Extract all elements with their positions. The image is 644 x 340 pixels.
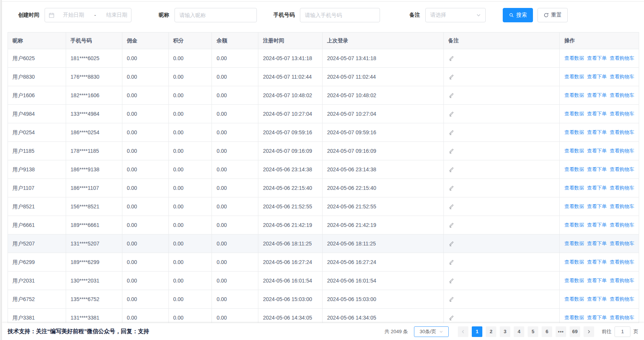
cell-register-time: 2024-05-06 16:27:24 — [258, 253, 323, 271]
action-link[interactable]: 查看下单 — [587, 86, 607, 104]
action-link[interactable]: 查看下单 — [587, 253, 607, 271]
action-link[interactable]: 查看数据 — [564, 86, 584, 104]
date-range-picker[interactable]: 开始日期 - 结束日期 — [45, 8, 131, 22]
search-button[interactable]: 搜索 — [503, 8, 533, 22]
action-link[interactable]: 查看购物车 — [610, 86, 634, 104]
edit-remark-icon[interactable] — [448, 49, 454, 67]
action-link[interactable]: 查看数据 — [564, 105, 584, 123]
action-link[interactable]: 查看数据 — [564, 290, 584, 308]
users-table: 昵称 手机号码 佣金 积分 余额 注册时间 上次登录 备注 操作 用户6025 … — [8, 32, 639, 323]
start-date-placeholder[interactable]: 开始日期 — [63, 12, 84, 19]
action-link[interactable]: 查看数据 — [564, 68, 584, 86]
action-link[interactable]: 查看下单 — [587, 272, 607, 290]
cell-actions: 查看数据查看下单查看购物车 — [560, 49, 639, 67]
action-link[interactable]: 查看数据 — [564, 309, 584, 323]
cell-phone: 131****5207 — [66, 234, 122, 253]
action-link[interactable]: 查看下单 — [587, 123, 607, 141]
prev-page-button[interactable] — [458, 326, 468, 337]
cell-last-login: 2024-05-07 09:59:16 — [323, 123, 444, 141]
action-link[interactable]: 查看购物车 — [610, 309, 634, 323]
edit-remark-icon[interactable] — [448, 197, 454, 216]
page-button-4[interactable]: 4 — [514, 326, 524, 337]
edit-remark-icon[interactable] — [448, 253, 454, 271]
nickname-input[interactable] — [175, 8, 257, 22]
action-link[interactable]: 查看下单 — [587, 234, 607, 253]
action-link[interactable]: 查看数据 — [564, 253, 584, 271]
action-link[interactable]: 查看下单 — [587, 105, 607, 123]
top-divider — [2, 1, 644, 2]
action-link[interactable]: 查看下单 — [587, 68, 607, 86]
cell-nickname: 用户8521 — [8, 197, 66, 216]
action-link[interactable]: 查看数据 — [564, 216, 584, 234]
action-link[interactable]: 查看数据 — [564, 272, 584, 290]
action-link[interactable]: 查看购物车 — [610, 216, 634, 234]
action-link[interactable]: 查看购物车 — [610, 142, 634, 160]
cell-remark — [444, 234, 560, 253]
action-link[interactable]: 查看购物车 — [610, 290, 634, 308]
action-link[interactable]: 查看下单 — [587, 216, 607, 234]
edit-remark-icon[interactable] — [448, 142, 454, 160]
cell-phone: 186****1107 — [66, 179, 122, 197]
action-link[interactable]: 查看购物车 — [610, 253, 634, 271]
edit-remark-icon[interactable] — [448, 68, 454, 86]
action-link[interactable]: 查看购物车 — [610, 105, 634, 123]
cell-remark — [444, 142, 560, 160]
action-link[interactable]: 查看数据 — [564, 197, 584, 216]
action-link[interactable]: 查看下单 — [587, 49, 607, 67]
page-button-2[interactable]: 2 — [486, 326, 496, 337]
edit-remark-icon[interactable] — [448, 179, 454, 197]
page-size-select[interactable]: 30条/页 — [414, 326, 449, 337]
action-link[interactable]: 查看数据 — [564, 123, 584, 141]
table-body: 用户6025 181****6025 0.00 0.00 0.00 2024-0… — [8, 49, 639, 323]
edit-remark-icon[interactable] — [448, 123, 454, 141]
goto-page-input[interactable] — [615, 326, 630, 337]
action-link[interactable]: 查看下单 — [587, 142, 607, 160]
edit-remark-icon[interactable] — [448, 290, 454, 308]
edit-remark-icon[interactable] — [448, 309, 454, 323]
action-link[interactable]: 查看下单 — [587, 179, 607, 197]
action-link[interactable]: 查看购物车 — [610, 197, 634, 216]
edit-remark-icon[interactable] — [448, 160, 454, 179]
reset-button[interactable]: 重置 — [537, 8, 568, 22]
action-link[interactable]: 查看下单 — [587, 160, 607, 179]
more-pages-button[interactable]: ••• — [556, 326, 566, 337]
action-link[interactable]: 查看下单 — [587, 309, 607, 323]
page-button-5[interactable]: 5 — [528, 326, 538, 337]
action-link[interactable]: 查看购物车 — [610, 160, 634, 179]
action-link[interactable]: 查看购物车 — [610, 123, 634, 141]
cell-commission: 0.00 — [122, 197, 169, 216]
action-link[interactable]: 查看购物车 — [610, 68, 634, 86]
action-link[interactable]: 查看购物车 — [610, 272, 634, 290]
action-link[interactable]: 查看购物车 — [610, 234, 634, 253]
cell-last-login: 2024-05-07 10:48:02 — [323, 86, 444, 104]
action-link[interactable]: 查看数据 — [564, 179, 584, 197]
action-link[interactable]: 查看数据 — [564, 49, 584, 67]
edit-remark-icon[interactable] — [448, 105, 454, 123]
page-button-6[interactable]: 6 — [542, 326, 552, 337]
action-link[interactable]: 查看下单 — [587, 197, 607, 216]
action-link[interactable]: 查看购物车 — [610, 179, 634, 197]
cell-commission: 0.00 — [122, 234, 169, 253]
action-link[interactable]: 查看下单 — [587, 290, 607, 308]
end-date-placeholder[interactable]: 结束日期 — [106, 12, 127, 19]
cell-commission: 0.00 — [122, 179, 169, 197]
edit-remark-icon[interactable] — [448, 234, 454, 253]
next-page-button[interactable] — [584, 326, 594, 337]
remark-select[interactable]: 请选择 — [425, 8, 486, 22]
action-link[interactable]: 查看购物车 — [610, 49, 634, 67]
cell-actions: 查看数据查看下单查看购物车 — [560, 68, 639, 86]
action-link[interactable]: 查看数据 — [564, 234, 584, 253]
cell-phone: 135****6752 — [66, 290, 122, 308]
cell-remark — [444, 160, 560, 179]
edit-remark-icon[interactable] — [448, 272, 454, 290]
col-header-phone: 手机号码 — [66, 33, 122, 49]
phone-input[interactable] — [300, 8, 380, 22]
action-link[interactable]: 查看数据 — [564, 142, 584, 160]
edit-remark-icon[interactable] — [448, 86, 454, 104]
page-button-1[interactable]: 1 — [472, 326, 482, 337]
page-button-3[interactable]: 3 — [500, 326, 510, 337]
cell-balance: 0.00 — [212, 290, 258, 308]
action-link[interactable]: 查看数据 — [564, 160, 584, 179]
page-button-69[interactable]: 69 — [570, 326, 580, 337]
edit-remark-icon[interactable] — [448, 216, 454, 234]
